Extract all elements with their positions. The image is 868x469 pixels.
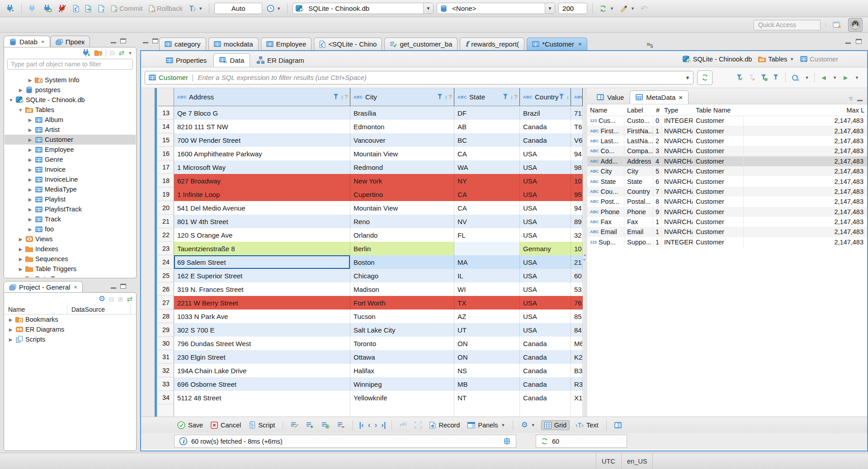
cell-country[interactable]: Canada [520, 337, 571, 350]
row-number[interactable]: 33 [158, 377, 174, 391]
metadata-row-custo[interactable]: 123Cus...Custo...0INTEGERCustomer2,147,4… [587, 116, 867, 126]
add-row-button[interactable] [304, 420, 316, 430]
toggle-panel-button[interactable] [613, 421, 623, 430]
cell-city[interactable]: Berlin [350, 242, 454, 255]
cell-state[interactable] [454, 242, 520, 255]
save-filter-icon[interactable] [761, 74, 768, 81]
column-header-country[interactable]: ABCCountry↕? [520, 88, 571, 106]
cell-postalcode[interactable]: 60 [571, 269, 583, 282]
cell-country[interactable]: Canada [520, 364, 571, 377]
cell-state[interactable]: MA [454, 255, 520, 269]
editor-tab-sqlite-chino[interactable]: <SQLite - Chino [314, 38, 382, 50]
row-number[interactable]: 30 [158, 337, 174, 350]
cell-state[interactable]: WI [454, 282, 520, 296]
column-info-icon[interactable]: ? [448, 94, 452, 100]
column-info-icon[interactable]: ? [514, 94, 518, 100]
cell-city[interactable]: Fort Worth [350, 296, 454, 310]
delete-row-button[interactable] [335, 420, 347, 430]
metadata-row-city[interactable]: ABCCityCity5NVARCHARCustomer2,147,483 [587, 166, 867, 176]
expand-arrow-icon[interactable]: ▶ [27, 227, 33, 232]
cell-country[interactable]: USA [520, 296, 571, 310]
filter-funnel-icon[interactable] [333, 94, 340, 100]
tree-item-postgres[interactable]: ▶postgres [5, 85, 136, 95]
tree-item-sequences[interactable]: ▶Sequences [5, 254, 136, 264]
row-number[interactable]: 27 [158, 296, 174, 310]
collapse-all-icon[interactable]: ⊟ [109, 295, 114, 303]
apply-filter-icon[interactable] [736, 74, 743, 81]
cell-state[interactable]: NV [454, 215, 520, 228]
cell-address[interactable]: 801 W 4th Street [174, 215, 350, 228]
tree-item-invoiceline[interactable]: ▶InvoiceLine [5, 174, 136, 184]
cell-city[interactable]: Salt Lake City [350, 323, 454, 337]
collapse-arrow-icon[interactable]: ▼ [8, 98, 14, 103]
sort-icon[interactable]: ↕ [510, 94, 514, 100]
cell-city[interactable]: Tucson [350, 310, 454, 323]
cell-postalcode[interactable]: 53 [571, 282, 583, 296]
transaction-mode-button[interactable]: ▼ [187, 4, 204, 14]
forward-arrow-icon[interactable]: ► [842, 74, 849, 81]
tree-item-tables[interactable]: ▼Tables [5, 105, 136, 115]
cell-city[interactable]: Boston [350, 255, 454, 269]
auto-refresh-status[interactable]: 60 [536, 435, 627, 448]
cell-state[interactable]: BC [454, 133, 520, 147]
schema-selector[interactable]: <None> ▼ [437, 3, 555, 14]
column-header-address[interactable]: ABCAddress↕? [174, 88, 350, 106]
cell-address[interactable]: 8210 111 ST NW [174, 120, 350, 133]
settings-button[interactable]: ⚙ ▼ [519, 419, 537, 431]
tree-item-artist[interactable]: ▶Artist [5, 125, 136, 135]
cell-country[interactable]: Canada [520, 391, 571, 404]
expand-arrow-icon[interactable]: ▶ [18, 257, 24, 262]
row-number[interactable]: 20 [158, 201, 174, 215]
cell-state[interactable]: NY [454, 174, 520, 188]
refresh-results-button[interactable] [697, 70, 712, 85]
expand-arrow-icon[interactable]: ▶ [27, 187, 33, 192]
fetch-size-input[interactable] [558, 3, 587, 14]
editor-tab-mockdata[interactable]: mockdata [208, 38, 259, 50]
cell-address[interactable]: 5112 48 Street [174, 391, 350, 404]
column-header-city[interactable]: ABCCity↕? [350, 88, 454, 106]
cell-state[interactable]: CA [454, 188, 520, 201]
meta-column-header-label[interactable]: Label [624, 107, 653, 114]
expand-arrow-icon[interactable]: ▶ [18, 277, 24, 278]
expand-arrow-icon[interactable]: ▶ [8, 337, 14, 342]
cell-postalcode[interactable]: T6 [571, 120, 583, 133]
cell-country[interactable]: USA [520, 160, 571, 174]
maximize-icon[interactable] [120, 38, 126, 43]
expand-arrow-icon[interactable]: ▶ [18, 237, 24, 242]
tree-item-invoice[interactable]: ▶Invoice [5, 164, 136, 174]
cell-country[interactable]: Brazil [520, 106, 571, 120]
row-number[interactable]: 23 [158, 242, 174, 255]
close-icon[interactable]: × [74, 284, 77, 291]
open-sql-script-button[interactable] [84, 4, 94, 14]
expand-arrow-icon[interactable]: ▶ [8, 327, 14, 332]
cell-postalcode[interactable] [571, 404, 583, 417]
cell-address[interactable]: Tauentzienstraße 8 [174, 242, 350, 255]
expand-arrow-icon[interactable]: ▶ [27, 207, 33, 212]
new-folder-icon[interactable] [94, 50, 102, 56]
tab-properties[interactable]: Properties [160, 53, 212, 67]
new-connection-button[interactable] [5, 3, 16, 14]
cell-postalcode[interactable]: V6 [571, 133, 583, 147]
cell-city[interactable]: Mountain View [350, 147, 454, 160]
row-number[interactable]: 17 [158, 160, 174, 174]
metadata-row-phone[interactable]: ABCPhonePhone9NVARCHARCustomer2,147,483 [587, 207, 867, 217]
cell-city[interactable]: Vancouver [350, 133, 454, 147]
expand-arrow-icon[interactable]: ▶ [8, 317, 14, 322]
project-item-bookmarks[interactable]: ▶Bookmarks [4, 314, 136, 324]
editor-tab-customer[interactable]: *Customer× [527, 38, 587, 50]
close-icon[interactable]: × [41, 38, 45, 45]
cell-address[interactable]: 120 S Orange Ave [174, 228, 350, 242]
tree-item-playlisttrack[interactable]: ▶PlaylistTrack [5, 204, 136, 214]
sort-icon[interactable]: ↕ [341, 94, 344, 100]
sql-filter-input[interactable]: Customer | Enter a SQL expression to fil… [145, 71, 693, 84]
meta-column-header-table-name[interactable]: Table Name [693, 107, 744, 114]
cancel-button[interactable]: Cancel [209, 420, 243, 430]
maximize-icon[interactable] [120, 284, 126, 289]
cell-city[interactable]: Toronto [350, 337, 454, 350]
cell-country[interactable]: Germany [520, 242, 571, 255]
row-number[interactable]: 28 [158, 310, 174, 323]
editor-tab-employee[interactable]: Employee [261, 38, 312, 50]
tree-item-employee[interactable]: ▶Employee [5, 145, 136, 155]
collapse-right-icon[interactable]: ▸ [584, 258, 585, 262]
cell-country[interactable]: USA [520, 255, 571, 269]
